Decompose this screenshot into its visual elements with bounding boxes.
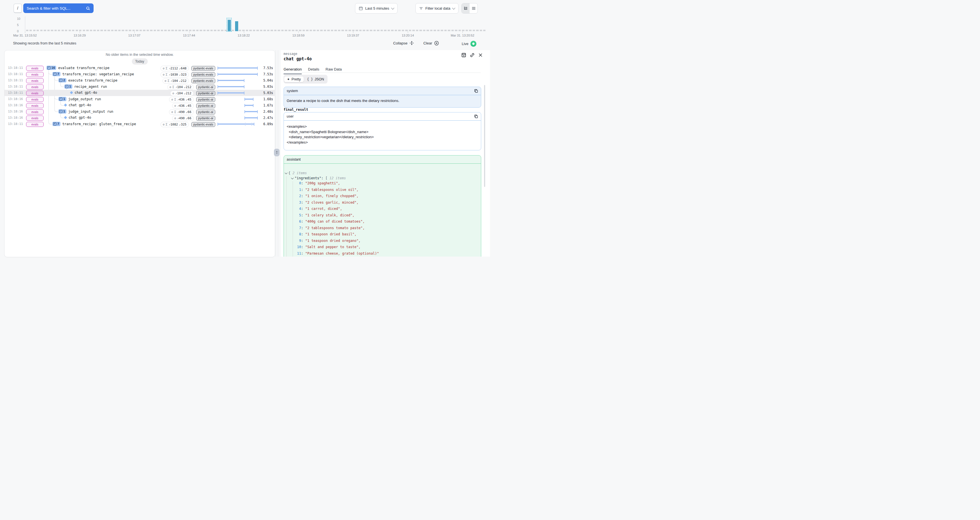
- pretty-toggle-button[interactable]: ✦ Pretty: [284, 76, 304, 82]
- trace-row[interactable]: 13:18:16evals1judge_input_output run⊘Σ↗4…: [5, 108, 275, 115]
- input-tokens-arrow-icon: ↗: [177, 116, 179, 120]
- row-timestamp: 13:18:16: [8, 103, 23, 107]
- collapse-button[interactable]: Collapse: [393, 41, 414, 45]
- app-window: / Search & filter with SQL... Last 5 min…: [0, 0, 490, 260]
- copy-button[interactable]: [474, 114, 478, 118]
- expand-collapse-button[interactable]: 16: [46, 66, 56, 70]
- panel-resize-handle[interactable]: [274, 149, 280, 156]
- token-usage-badge: ⊘Σ↗1082↙325: [161, 122, 189, 127]
- collapse-minus-icon: [47, 66, 51, 70]
- json-toggle-button[interactable]: { } JSON: [304, 76, 327, 82]
- assistant-role-label: assistant: [287, 157, 301, 162]
- panel-scrollbar[interactable]: [484, 85, 485, 187]
- chart-x-tick-label: Mar 31. 13:20:52: [450, 34, 474, 37]
- instrumentation-tag: pydantic-ai: [196, 97, 215, 102]
- project-badge[interactable]: evals: [26, 90, 44, 96]
- json-label: JSON: [315, 77, 324, 81]
- trace-row[interactable]: 13:18:11evals7transform_recipe: gluten_f…: [5, 121, 275, 127]
- project-badge[interactable]: evals: [26, 84, 44, 89]
- input-tokens-arrow-icon: ↗: [175, 85, 177, 89]
- expand-collapse-button[interactable]: 1: [64, 84, 72, 89]
- sum-icon: Σ: [174, 98, 176, 101]
- row-timestamp: 13:18:11: [8, 122, 23, 126]
- pretty-label: Pretty: [291, 77, 301, 81]
- row-badges: ⊘Σ↗2112↙648pydantic-evals: [161, 66, 215, 71]
- live-label: Live: [461, 42, 468, 46]
- format-toggle: ✦ Pretty { } JSON: [283, 75, 328, 84]
- close-icon[interactable]: [478, 53, 483, 57]
- trace-row[interactable]: 13:18:16evalschat gpt-4o⊘↗490↙66pydantic…: [5, 115, 275, 121]
- input-tokens-arrow-icon: ↗: [177, 104, 179, 107]
- duration-bar-start-tick: [245, 98, 245, 101]
- trace-row[interactable]: 13:18:11evals1recipe_agent run⊘Σ↗104↙212…: [5, 84, 275, 90]
- chart-bar[interactable]: [228, 20, 231, 31]
- row-badges: ⊘Σ↗490↙66pydantic-ai: [169, 109, 215, 115]
- tokens-icon: ⊘: [163, 123, 164, 126]
- chart-zero-baseline: [26, 30, 485, 32]
- span-label: judge_input_output run: [68, 109, 113, 114]
- trace-row[interactable]: 13:18:11evals2execute transform_recipe⊘Σ…: [5, 77, 275, 84]
- chart-bar[interactable]: [235, 21, 238, 31]
- project-badge[interactable]: evals: [26, 78, 44, 83]
- chart-x-tick: [408, 31, 408, 33]
- chart-x-tick: [134, 31, 135, 33]
- trace-row[interactable]: 13:18:11evals7transform_recipe: vegetari…: [5, 71, 275, 77]
- clear-button[interactable]: Clear: [423, 41, 439, 46]
- instrumentation-tag: pydantic-evals: [191, 122, 215, 127]
- link-icon[interactable]: [470, 53, 475, 57]
- expand-collapse-button[interactable]: 2: [59, 78, 66, 82]
- trace-row[interactable]: 13:18:11evalschat gpt-4o⊘↗104↙212pydanti…: [5, 90, 275, 96]
- duration-bar-track: [218, 115, 258, 121]
- row-duration: 1.67s: [253, 103, 273, 107]
- project-badge[interactable]: evals: [26, 116, 44, 120]
- expand-collapse-button[interactable]: 1: [59, 97, 66, 101]
- project-badge[interactable]: evals: [26, 122, 44, 127]
- sum-icon: Σ: [165, 123, 167, 126]
- expand-collapse-button[interactable]: 7: [52, 122, 60, 126]
- expand-collapse-button[interactable]: 7: [52, 72, 60, 76]
- tokens-icon: ⊘: [163, 73, 164, 76]
- duration-bar: [218, 74, 258, 75]
- project-badge[interactable]: evals: [26, 103, 44, 108]
- row-timestamp: 13:18:16: [8, 97, 23, 101]
- dock-panel-icon[interactable]: [461, 53, 466, 57]
- output-tokens-arrow-icon: ↙: [179, 73, 181, 76]
- project-badge[interactable]: evals: [26, 72, 44, 77]
- trace-row[interactable]: 13:18:16evals1judge_output run⊘Σ↗436↙45p…: [5, 96, 275, 102]
- row-badges: ⊘Σ↗104↙212pydantic-ai: [167, 84, 215, 90]
- chart-x-tick-label: 13:20:14: [402, 34, 414, 37]
- duration-bar-track: [218, 65, 258, 71]
- duration-bar-start-tick: [245, 110, 245, 113]
- records-timeline-chart: 1050Mar 31. 13:15:5213:16:2913:17:0713:1…: [0, 0, 490, 40]
- tokens-icon: ⊘: [174, 104, 176, 107]
- tab-details[interactable]: Details: [308, 67, 319, 74]
- output-tokens-arrow-icon: ↙: [179, 79, 181, 82]
- trace-row[interactable]: 13:18:16evalschat gpt-4o⊘↗436↙45pydantic…: [5, 102, 275, 108]
- token-usage-badge: ⊘Σ↗436↙45: [169, 97, 193, 102]
- chevron-down-icon: [285, 171, 288, 174]
- tab-generation[interactable]: Generation: [283, 67, 302, 74]
- row-timestamp: 13:18:16: [8, 116, 23, 119]
- live-toggle[interactable]: Live: [461, 41, 476, 47]
- grip-dots-icon: [276, 151, 278, 154]
- collapse-label: Collapse: [393, 41, 407, 45]
- row-timestamp: 13:18:11: [8, 85, 23, 88]
- tokens-icon: ⊘: [171, 110, 173, 114]
- copy-button[interactable]: [474, 89, 478, 93]
- expand-collapse-button[interactable]: 1: [59, 109, 66, 114]
- json-array-item: 11: "Parmesan cheese, grated (optional)": [294, 250, 379, 257]
- project-badge[interactable]: evals: [26, 109, 44, 114]
- tab-raw-data[interactable]: Raw Data: [326, 67, 342, 74]
- duration-bar-start-tick: [245, 116, 245, 119]
- output-tokens-arrow-icon: ↙: [184, 85, 186, 89]
- input-tokens-arrow-icon: ↗: [169, 67, 170, 70]
- clear-label: Clear: [423, 41, 432, 45]
- project-badge[interactable]: evals: [26, 66, 44, 71]
- system-message-card: system Generate a recipe to cook the dis…: [283, 87, 481, 108]
- span-label: chat gpt-4o: [68, 103, 91, 107]
- project-badge[interactable]: evals: [26, 97, 44, 102]
- row-node: 2execute transform_recipe: [59, 78, 118, 82]
- json-array-item: 9: "1 teaspoon dried oregano",: [294, 238, 361, 244]
- json-array-item: 5: "1 celery stalk, diced",: [294, 212, 355, 219]
- trace-row[interactable]: 13:18:11evals16evaluate transform_recipe…: [5, 65, 275, 71]
